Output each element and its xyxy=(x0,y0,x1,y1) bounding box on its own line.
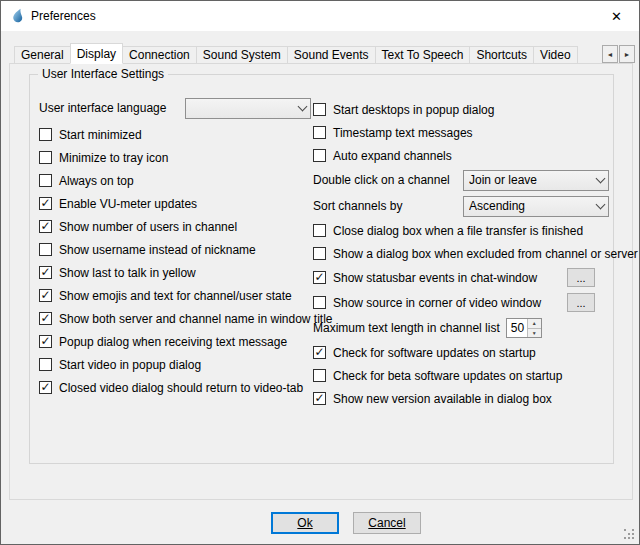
checkbox-checked-icon[interactable]: ✓ xyxy=(39,220,52,233)
checkbox-unchecked-icon[interactable] xyxy=(313,103,326,116)
double-click-combobox[interactable]: Join or leave xyxy=(463,170,609,191)
max-text-length-spinner[interactable]: 50 ▲ ▼ xyxy=(506,318,542,338)
tab-display[interactable]: Display xyxy=(70,43,123,64)
window-title: Preferences xyxy=(31,9,96,23)
checkbox-unchecked-icon[interactable] xyxy=(39,174,52,187)
checkbox-unchecked-icon[interactable] xyxy=(313,224,326,237)
checkbox-label: Minimize to tray icon xyxy=(59,151,168,165)
checkbox-unchecked-icon[interactable] xyxy=(313,247,326,260)
right-checkbox-list-more: ✓Show statusbar events in chat-window...… xyxy=(313,265,609,315)
close-icon[interactable]: ✕ xyxy=(594,1,639,31)
more-options-button[interactable]: ... xyxy=(567,293,595,312)
ok-button[interactable]: Ok xyxy=(271,512,339,534)
checkbox-row[interactable]: Start video in popup dialog xyxy=(39,353,311,376)
double-click-combobox-value: Join or leave xyxy=(469,173,592,187)
checkbox-unchecked-icon[interactable] xyxy=(313,369,326,382)
double-click-label: Double click on a channel xyxy=(313,173,463,187)
checkbox-label: Start desktops in popup dialog xyxy=(333,103,494,117)
checkbox-row[interactable]: Show source in corner of video window... xyxy=(313,290,609,315)
tab-sound-events[interactable]: Sound Events xyxy=(287,46,376,64)
checkbox-label: Show last to talk in yellow xyxy=(59,266,196,280)
checkbox-row[interactable]: Show a dialog box when excluded from cha… xyxy=(313,242,609,265)
checkbox-row[interactable]: ✓Show both server and channel name in wi… xyxy=(39,307,311,330)
checkbox-checked-icon[interactable]: ✓ xyxy=(39,266,52,279)
chevron-down-icon xyxy=(592,197,608,216)
checkbox-row[interactable]: ✓Check for software updates on startup xyxy=(313,341,609,364)
sort-channels-combobox[interactable]: Ascending xyxy=(463,196,609,217)
checkbox-row[interactable]: Start minimized xyxy=(39,123,311,146)
checkbox-row[interactable]: Check for beta software updates on start… xyxy=(313,364,609,387)
checkbox-row[interactable]: ✓Closed video dialog should return to vi… xyxy=(39,376,311,399)
tab-bar: GeneralDisplayConnectionSound SystemSoun… xyxy=(14,43,602,64)
checkbox-unchecked-icon[interactable] xyxy=(313,149,326,162)
checkbox-row[interactable]: ✓Show statusbar events in chat-window... xyxy=(313,265,609,290)
tab-connection[interactable]: Connection xyxy=(122,46,197,64)
left-column: User interface language Start minimizedM… xyxy=(39,95,311,399)
checkbox-label: Show a dialog box when excluded from cha… xyxy=(333,247,638,261)
checkbox-row[interactable]: Timestamp text messages xyxy=(313,121,609,144)
max-text-length-label: Maximum text length in channel list xyxy=(313,321,500,335)
checkbox-row[interactable]: ✓Show new version available in dialog bo… xyxy=(313,387,609,410)
checkbox-label: Popup dialog when receiving text message xyxy=(59,335,287,349)
tab-general[interactable]: General xyxy=(14,46,71,64)
checkbox-unchecked-icon[interactable] xyxy=(39,243,52,256)
checkbox-checked-icon[interactable]: ✓ xyxy=(313,392,326,405)
checkbox-checked-icon[interactable]: ✓ xyxy=(39,289,52,302)
right-checkbox-list-top: Start desktops in popup dialogTimestamp … xyxy=(313,98,609,167)
double-click-row: Double click on a channel Join or leave xyxy=(313,167,609,193)
title-bar[interactable]: Preferences ✕ xyxy=(1,1,639,31)
sort-channels-row: Sort channels by Ascending xyxy=(313,193,609,219)
checkbox-unchecked-icon[interactable] xyxy=(39,358,52,371)
checkbox-unchecked-icon[interactable] xyxy=(313,296,326,309)
checkbox-checked-icon[interactable]: ✓ xyxy=(313,346,326,359)
checkbox-row[interactable]: ✓Popup dialog when receiving text messag… xyxy=(39,330,311,353)
checkbox-row[interactable]: Start desktops in popup dialog xyxy=(313,98,609,121)
language-combobox[interactable] xyxy=(185,98,311,119)
checkbox-row[interactable]: Always on top xyxy=(39,169,311,192)
spin-down-icon[interactable]: ▼ xyxy=(528,329,541,338)
right-column: Start desktops in popup dialogTimestamp … xyxy=(313,98,609,410)
checkbox-row[interactable]: Auto expand channels xyxy=(313,144,609,167)
checkbox-label: Start minimized xyxy=(59,128,142,142)
checkbox-label: Show both server and channel name in win… xyxy=(59,312,333,326)
more-options-button[interactable]: ... xyxy=(567,268,595,287)
tab-text-to-speech[interactable]: Text To Speech xyxy=(375,46,471,64)
checkbox-checked-icon[interactable]: ✓ xyxy=(39,335,52,348)
checkbox-row[interactable]: Show username instead of nickname xyxy=(39,238,311,261)
checkbox-label: Show source in corner of video window xyxy=(333,296,541,310)
checkbox-unchecked-icon[interactable] xyxy=(313,126,326,139)
cancel-button[interactable]: Cancel xyxy=(353,512,421,534)
checkbox-checked-icon[interactable]: ✓ xyxy=(39,381,52,394)
cancel-button-label: Cancel xyxy=(368,516,405,530)
checkbox-row[interactable]: ✓Show number of users in channel xyxy=(39,215,311,238)
checkbox-label: Show number of users in channel xyxy=(59,220,237,234)
checkbox-row[interactable]: ✓Show last to talk in yellow xyxy=(39,261,311,284)
right-checkbox-list-bottom: ✓Check for software updates on startupCh… xyxy=(313,341,609,410)
tab-scroll-right-button[interactable]: ► xyxy=(619,45,635,63)
checkbox-checked-icon[interactable]: ✓ xyxy=(313,271,326,284)
sort-channels-combobox-value: Ascending xyxy=(469,199,592,213)
checkbox-label: Close dialog box when a file transfer is… xyxy=(333,224,583,238)
checkbox-unchecked-icon[interactable] xyxy=(39,128,52,141)
checkbox-row[interactable]: ✓Show emojis and text for channel/user s… xyxy=(39,284,311,307)
right-checkbox-list-mid: Close dialog box when a file transfer is… xyxy=(313,219,609,265)
tab-shortcuts[interactable]: Shortcuts xyxy=(469,46,534,64)
checkbox-unchecked-icon[interactable] xyxy=(39,151,52,164)
checkbox-row[interactable]: Close dialog box when a file transfer is… xyxy=(313,219,609,242)
resize-grip[interactable] xyxy=(624,529,635,540)
checkbox-label: Check for software updates on startup xyxy=(333,346,536,360)
checkbox-checked-icon[interactable]: ✓ xyxy=(39,197,52,210)
tab-scroll-left-button[interactable]: ◄ xyxy=(602,45,618,63)
checkbox-row[interactable]: Minimize to tray icon xyxy=(39,146,311,169)
sort-channels-label: Sort channels by xyxy=(313,199,463,213)
checkbox-row[interactable]: ✓Enable VU-meter updates xyxy=(39,192,311,215)
tab-sound-system[interactable]: Sound System xyxy=(196,46,288,64)
preferences-dialog: Preferences ✕ GeneralDisplayConnectionSo… xyxy=(0,0,640,545)
spinner-buttons: ▲ ▼ xyxy=(527,319,541,337)
tab-video[interactable]: Video xyxy=(533,46,577,64)
checkbox-label: Show username instead of nickname xyxy=(59,243,256,257)
checkbox-label: Timestamp text messages xyxy=(333,126,473,140)
spin-up-icon[interactable]: ▲ xyxy=(528,319,541,329)
checkbox-checked-icon[interactable]: ✓ xyxy=(39,312,52,325)
group-title: User Interface Settings xyxy=(38,67,168,81)
